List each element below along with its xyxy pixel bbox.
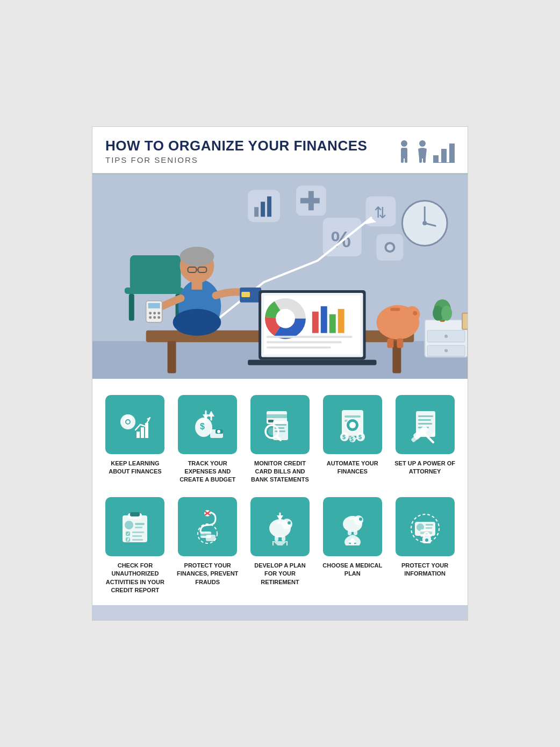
svg-rect-173 bbox=[354, 530, 357, 535]
svg-rect-3 bbox=[405, 157, 407, 163]
header: HOW TO ORGANIZE YOUR FINANCES TIPS FOR S… bbox=[92, 127, 468, 175]
illustration-svg: % ⇅ bbox=[92, 175, 468, 379]
tip-icon-keep-learning bbox=[105, 395, 164, 454]
tip-track-expenses: $ TRACK YOUR EXPENSES AND CREATE A BUDGE… bbox=[176, 395, 240, 484]
tip-medical: CHOOSE A MEDICAL PLAN bbox=[320, 497, 384, 595]
svg-rect-69 bbox=[267, 335, 353, 337]
svg-rect-141 bbox=[130, 512, 140, 516]
svg-rect-37 bbox=[129, 294, 134, 321]
svg-text:✗: ✗ bbox=[126, 537, 130, 542]
tip-icon-medical bbox=[323, 497, 382, 556]
svg-rect-151 bbox=[132, 539, 143, 541]
svg-rect-65 bbox=[312, 311, 319, 333]
svg-rect-149 bbox=[132, 531, 144, 533]
svg-rect-67 bbox=[329, 314, 336, 333]
tip-icon-check-unauthorized: ✓ ✗ bbox=[105, 497, 164, 556]
svg-point-82 bbox=[444, 334, 448, 337]
svg-rect-48 bbox=[148, 303, 160, 308]
svg-rect-162 bbox=[275, 536, 278, 541]
svg-rect-113 bbox=[275, 430, 285, 432]
svg-rect-20 bbox=[267, 196, 271, 217]
svg-rect-9 bbox=[449, 143, 455, 163]
footer-bar bbox=[92, 605, 468, 620]
svg-point-121 bbox=[349, 422, 356, 428]
svg-rect-94 bbox=[141, 427, 144, 438]
svg-rect-68 bbox=[338, 308, 344, 333]
tip-protect-info: PROTECT YOUR INFORMATION bbox=[393, 497, 457, 595]
svg-rect-1 bbox=[401, 148, 407, 159]
svg-rect-33 bbox=[168, 341, 176, 373]
tip-label-protect-finances: PROTECT YOUR FINANCES, PREVENT FRAUDS bbox=[176, 562, 240, 586]
svg-point-160 bbox=[282, 519, 292, 529]
svg-point-4 bbox=[419, 140, 426, 147]
svg-rect-72 bbox=[248, 360, 376, 365]
svg-text:$: $ bbox=[350, 436, 354, 442]
svg-point-75 bbox=[413, 311, 417, 315]
svg-marker-106 bbox=[208, 411, 214, 416]
svg-point-0 bbox=[401, 140, 407, 147]
tip-retirement: DEVELOP A PLAN FOR YOUR RETIREMENT bbox=[248, 497, 312, 595]
svg-rect-164 bbox=[277, 521, 282, 524]
svg-rect-174 bbox=[349, 518, 354, 520]
svg-rect-71 bbox=[267, 346, 331, 348]
tip-protect-finances: PROTECT YOUR FINANCES, PREVENT FRAUDS bbox=[176, 497, 240, 595]
svg-point-115 bbox=[268, 428, 276, 435]
infographic-container: HOW TO ORGANIZE YOUR FINANCES TIPS FOR S… bbox=[92, 126, 468, 621]
svg-rect-118 bbox=[344, 415, 361, 418]
svg-point-171 bbox=[359, 518, 362, 521]
svg-text:✓: ✓ bbox=[126, 531, 130, 536]
tip-automate: $ $ $ AUTOMATE YOUR FINANCES bbox=[320, 395, 384, 484]
svg-rect-172 bbox=[348, 530, 351, 535]
svg-rect-66 bbox=[321, 306, 327, 333]
automate-icon: $ $ $ bbox=[334, 406, 371, 443]
unauthorized-icon: ✓ ✗ bbox=[116, 508, 154, 545]
tip-label-check-unauthorized: CHECK FOR UNAUTHORIZED ACTIVITIES IN YOU… bbox=[103, 562, 167, 595]
svg-point-188 bbox=[425, 538, 428, 542]
tip-icon-protect-finances bbox=[178, 497, 237, 556]
svg-rect-88 bbox=[462, 313, 468, 329]
chart-icon bbox=[433, 139, 455, 163]
tip-label-medical: CHOOSE A MEDICAL PLAN bbox=[320, 562, 384, 578]
svg-rect-6 bbox=[423, 157, 426, 163]
svg-rect-70 bbox=[267, 341, 342, 343]
svg-rect-18 bbox=[254, 207, 259, 217]
svg-rect-7 bbox=[433, 155, 439, 163]
svg-point-42 bbox=[180, 247, 214, 266]
fraud-icon bbox=[189, 508, 226, 545]
svg-point-52 bbox=[149, 316, 152, 319]
svg-rect-133 bbox=[418, 423, 432, 425]
svg-point-161 bbox=[288, 521, 291, 525]
tip-label-automate: AUTOMATE YOUR FINANCES bbox=[320, 459, 384, 476]
svg-rect-108 bbox=[267, 414, 287, 418]
svg-rect-56 bbox=[241, 292, 250, 297]
svg-rect-163 bbox=[282, 536, 285, 541]
retirement-icon bbox=[261, 508, 299, 545]
attorney-icon bbox=[406, 406, 444, 443]
header-titles: HOW TO ORGANIZE YOUR FINANCES TIPS FOR S… bbox=[105, 138, 367, 164]
svg-text:$: $ bbox=[358, 434, 362, 440]
svg-point-53 bbox=[153, 316, 156, 319]
svg-point-74 bbox=[404, 306, 420, 322]
person2-icon bbox=[415, 139, 430, 163]
tip-icon-attorney bbox=[396, 395, 455, 454]
tip-label-attorney: SET UP A POWER OF ATTORNEY bbox=[393, 459, 457, 476]
tip-icon-retirement bbox=[250, 497, 310, 556]
tip-label-protect-info: PROTECT YOUR INFORMATION bbox=[393, 562, 457, 578]
tips-grid-row2: ✓ ✗ CHECK FOR UNAUTHORIZED ACTIVITIES IN… bbox=[103, 497, 457, 595]
tip-monitor-credit: MONITOR CREDIT CARD BILLS AND BANK STATE… bbox=[248, 395, 312, 484]
svg-rect-8 bbox=[441, 149, 447, 163]
svg-rect-150 bbox=[132, 535, 142, 537]
tip-label-track-expenses: TRACK YOUR EXPENSES AND CREATE A BUDGET bbox=[176, 459, 240, 484]
tips-section: KEEP LEARNING ABOUT FINANCES $ bbox=[92, 379, 468, 606]
tip-icon-monitor-credit bbox=[250, 395, 310, 454]
svg-rect-19 bbox=[261, 202, 265, 217]
tip-icon-track-expenses: $ bbox=[178, 395, 237, 454]
svg-point-49 bbox=[149, 312, 152, 314]
svg-rect-111 bbox=[275, 424, 286, 426]
svg-point-92 bbox=[126, 420, 130, 423]
header-icons bbox=[397, 139, 455, 163]
svg-point-64 bbox=[279, 312, 292, 325]
subtitle: TIPS FOR SENIORS bbox=[105, 155, 367, 164]
svg-rect-131 bbox=[418, 415, 433, 417]
svg-point-30 bbox=[386, 244, 393, 250]
